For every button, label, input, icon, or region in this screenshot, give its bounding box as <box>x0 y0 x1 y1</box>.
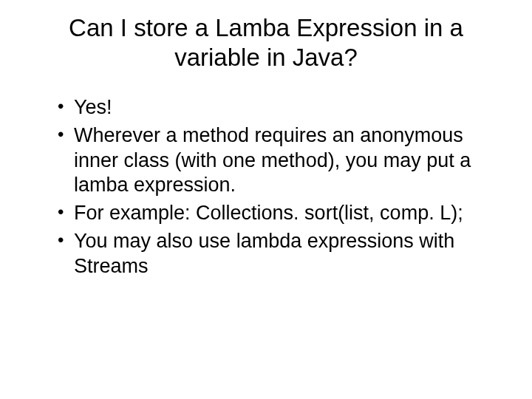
list-item: Yes! <box>58 95 495 120</box>
list-item: Wherever a method requires an anonymous … <box>58 123 495 198</box>
list-item: You may also use lambda expressions with… <box>58 229 495 279</box>
slide-title: Can I store a Lamba Expression in a vari… <box>37 13 495 72</box>
bullet-list: Yes! Wherever a method requires an anony… <box>37 95 495 279</box>
list-item: For example: Collections. sort(list, com… <box>58 201 495 226</box>
